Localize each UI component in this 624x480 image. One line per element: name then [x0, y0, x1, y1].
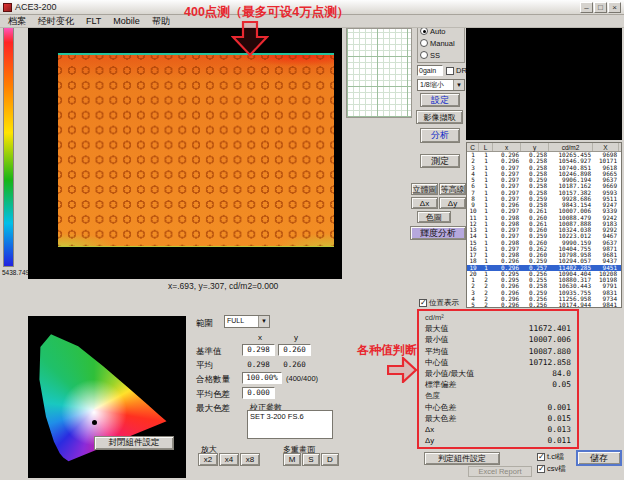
radio-label: Manual: [430, 39, 455, 48]
multi-view-s-button[interactable]: S: [302, 453, 320, 466]
app-icon: [3, 3, 12, 12]
result-value: 10712.858: [529, 358, 571, 367]
minimize-button[interactable]: –: [580, 2, 593, 13]
menu-item[interactable]: Mobile: [107, 16, 146, 26]
checkbox-icon: [446, 67, 454, 75]
result-label: Δx: [425, 425, 434, 434]
table-row[interactable]: 520.2960.25610174.9449841: [467, 302, 621, 307]
magnify-x2-button[interactable]: x2: [198, 453, 218, 466]
colorbar-min-label: 5438.749: [2, 269, 29, 276]
result-row: 最大值11672.401: [425, 323, 571, 334]
checkbox-icon: [537, 465, 545, 473]
result-label: 標準偏差: [425, 379, 456, 390]
luminance-heatmap[interactable]: [58, 53, 334, 247]
result-row: 色度: [425, 390, 571, 401]
menu-item[interactable]: FLT: [80, 16, 107, 26]
result-value: 0.015: [548, 414, 571, 423]
result-value: 0.013: [548, 425, 571, 434]
multi-view-m-button[interactable]: M: [283, 453, 301, 466]
result-label: 最大色差: [425, 413, 456, 424]
result-row: 中心值10712.858: [425, 357, 571, 368]
table-cell: 10174.944: [549, 302, 593, 307]
measured-point-dot: [92, 420, 97, 425]
range-label: 範圍: [196, 318, 213, 330]
checkbox-icon: [537, 453, 545, 461]
position-display-label: 位置表示: [429, 298, 459, 308]
save-button[interactable]: 儲存: [576, 450, 622, 466]
color-map-button[interactable]: 色圖: [417, 211, 451, 223]
checkbox-icon: [419, 299, 427, 307]
table-header: C L x y cd/m2 X: [467, 143, 621, 152]
tcl-file-checkbox[interactable]: t.cl檔: [537, 452, 564, 462]
close-button[interactable]: ×: [608, 2, 621, 13]
result-row: 最小值/最大值84.0: [425, 368, 571, 379]
menu-item[interactable]: 帮助: [146, 15, 176, 28]
measure-button[interactable]: 測定: [420, 154, 460, 168]
result-row: 中心色差0.001: [425, 402, 571, 413]
result-label: 平均值: [425, 346, 448, 357]
delta-x-button[interactable]: Δx: [411, 197, 438, 209]
table-header-cell: cd/m2: [549, 143, 593, 151]
average-diff-field[interactable]: 0.000: [242, 387, 275, 399]
radio-manual[interactable]: Manual: [420, 37, 462, 49]
measurement-table-body: 110.2960.25810265.4559698210.2960.258105…: [467, 152, 621, 307]
analyze-button[interactable]: 分析: [420, 128, 460, 143]
table-cell: 0.296: [493, 302, 521, 307]
baseline-y-field[interactable]: 0.260: [278, 344, 311, 356]
judge-component-settings-button[interactable]: 判定組件設定: [424, 452, 500, 465]
camera-preview: [466, 24, 622, 140]
stereo-view-button[interactable]: 立體圖: [411, 183, 438, 195]
table-header-cell: L: [479, 143, 493, 151]
table-header-cell: y: [521, 143, 549, 151]
chevron-down-icon[interactable]: ▼: [453, 80, 464, 90]
radio-label: SS: [430, 51, 440, 60]
result-label: 最小值: [425, 334, 448, 345]
result-row: Δx0.013: [425, 424, 571, 435]
table-header-cell: x: [493, 143, 521, 151]
settings-button[interactable]: 設定: [420, 93, 460, 107]
tcl-file-label: t.cl檔: [547, 452, 564, 462]
result-label: 中心色差: [425, 402, 456, 413]
radio-icon: [420, 27, 428, 35]
profile-grid: [346, 28, 412, 118]
magnify-x4-button[interactable]: x4: [219, 453, 239, 466]
result-row: 最大色差0.015: [425, 413, 571, 424]
column-x-label: x: [244, 333, 276, 342]
radio-ss[interactable]: SS: [420, 49, 462, 61]
annotation-points-note: 400点测（最多可设4万点测）: [184, 4, 349, 21]
pass-rate-field: 100.00%: [242, 372, 282, 384]
result-row: 最小值10007.006: [425, 334, 571, 345]
result-value: 10007.006: [529, 335, 571, 344]
result-label: 色度: [425, 391, 440, 401]
maximize-button[interactable]: □: [594, 2, 607, 13]
calibration-item[interactable]: SET 3-200 FS.6: [250, 412, 304, 421]
result-label: 最大值: [425, 323, 448, 334]
radio-icon: [420, 51, 428, 59]
table-header-cell: C: [467, 143, 479, 151]
delta-y-button[interactable]: Δy: [439, 197, 466, 209]
pass-count-value: (400/400): [286, 374, 318, 383]
image-capture-button[interactable]: 影像擷取: [416, 110, 463, 124]
position-display-checkbox[interactable]: 位置表示: [419, 298, 459, 308]
menu-item[interactable]: 档案: [2, 15, 32, 28]
magnify-x8-button[interactable]: x8: [240, 453, 260, 466]
scale-select[interactable]: 1/8缩小 ▼: [417, 79, 465, 91]
luminance-analysis-button[interactable]: 輝度分析: [410, 226, 466, 240]
application-window: ACE3-200 – □ × 档案经时变化FLTMobile帮助 14536.1…: [0, 0, 624, 480]
gain-input[interactable]: 0gain: [417, 65, 443, 76]
range-select[interactable]: FULL ▼: [224, 315, 270, 328]
right-arrow-icon: [387, 357, 418, 383]
csv-file-checkbox[interactable]: csv檔: [537, 464, 566, 474]
chevron-down-icon[interactable]: ▼: [258, 316, 269, 327]
result-value: 11672.401: [529, 324, 571, 333]
baseline-x-field[interactable]: 0.298: [242, 344, 275, 356]
multi-view-d-button[interactable]: D: [321, 453, 339, 466]
menu-item[interactable]: 经时变化: [32, 15, 80, 28]
average-x-value: 0.298: [242, 360, 275, 369]
seal-component-settings-button[interactable]: 封閉組件設定: [94, 436, 174, 450]
dr-checkbox-row[interactable]: DR: [446, 66, 467, 75]
calibration-listbox[interactable]: SET 3-200 FS.6: [247, 410, 333, 439]
window-controls: – □ ×: [580, 2, 621, 13]
contour-button[interactable]: 等高線: [439, 183, 466, 195]
max-diff-label: 最大色差: [196, 403, 230, 415]
